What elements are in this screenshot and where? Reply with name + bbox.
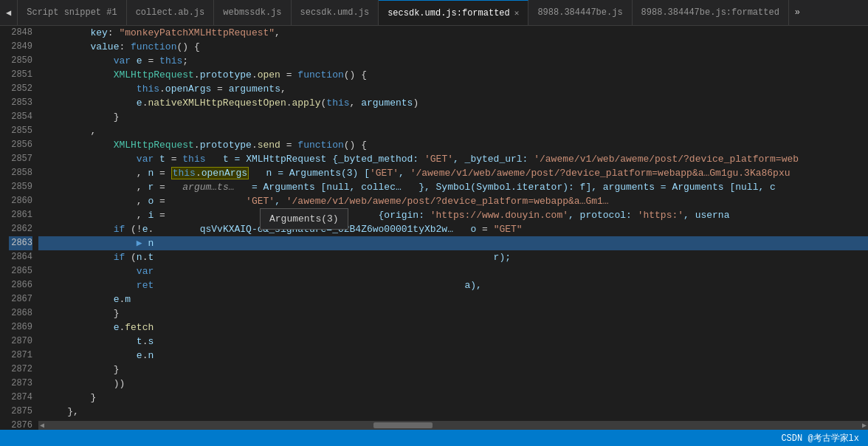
code-line-2853: e.nativeXMLHttpRequestOpen.apply(this, a… <box>38 96 868 110</box>
line-num-2867: 2867 <box>9 292 32 306</box>
line-num-2859: 2859 <box>9 180 32 194</box>
arguments-tooltip: Arguments(3) <box>260 208 348 230</box>
line-num-2875: 2875 <box>9 405 32 419</box>
code-line-2873: )) <box>38 377 868 391</box>
code-line-2861: , i = {origin: 'https://www.douyin.com',… <box>38 208 868 222</box>
scrollbar-thumb[interactable] <box>373 422 433 428</box>
code-line-2850: var e = this; <box>38 54 868 68</box>
line-num-2862: 2862 <box>9 222 32 236</box>
code-line-2864: if (n.t r); <box>38 250 868 264</box>
code-line-2862: if (!e. qsVvKXAIQ-c&_signature=_02B4Z6wo… <box>38 222 868 236</box>
line-num-2865: 2865 <box>9 264 32 278</box>
code-line-2851: XMLHttpRequest.prototype.open = function… <box>38 68 868 82</box>
line-num-2860: 2860 <box>9 194 32 208</box>
line-num-2849: 2849 <box>9 40 32 54</box>
horizontal-scrollbar[interactable]: ◀ ▶ <box>38 421 868 430</box>
line-num-2869: 2869 <box>9 320 32 334</box>
code-line-2856: XMLHttpRequest.prototype.send = function… <box>38 138 868 152</box>
scroll-left-arrow[interactable]: ◀ <box>38 419 46 430</box>
code-line-2871: e.n <box>38 349 868 363</box>
line-num-2852: 2852 <box>9 82 32 96</box>
tab-webmssdk[interactable]: webmssdk.js <box>214 0 291 25</box>
code-content[interactable]: key: "monkeyPatchXMLHttpRequest", value:… <box>38 26 868 430</box>
line-num-2854: 2854 <box>9 110 32 124</box>
code-line-2867: e.m <box>38 292 868 306</box>
code-line-2865: var <box>38 264 868 278</box>
line-num-2857: 2857 <box>9 152 32 166</box>
scroll-right-arrow[interactable]: ▶ <box>861 419 868 430</box>
code-line-2870: t.s <box>38 334 868 349</box>
code-line-2875: }, <box>38 405 868 419</box>
line-num-2864: 2864 <box>9 250 32 264</box>
line-num-2876: 2876 <box>9 419 32 430</box>
code-line-2859: , r = argum…ts… = Arguments [null, colle… <box>38 180 868 194</box>
tab-secsdk-formatted[interactable]: secsdk.umd.js:formatted ✕ <box>379 0 528 25</box>
line-num-2863: 2863 <box>9 236 32 250</box>
code-line-2868: } <box>38 306 868 320</box>
panel-toggle[interactable]: ◀ <box>0 0 18 25</box>
line-num-2873: 2873 <box>9 377 32 391</box>
line-num-2874: 2874 <box>9 391 32 405</box>
line-num-2871: 2871 <box>9 349 32 363</box>
line-num-2870: 2870 <box>9 334 32 349</box>
tab-collect[interactable]: collect.ab.js <box>127 0 215 25</box>
code-line-2855: , <box>38 124 868 138</box>
line-num-2856: 2856 <box>9 138 32 152</box>
line-num-2851: 2851 <box>9 68 32 82</box>
code-line-2866: ret a), <box>38 278 868 292</box>
status-bar: CSDN @考古学家lx <box>0 430 868 446</box>
line-num-2855: 2855 <box>9 124 32 138</box>
line-num-2858: 2858 <box>9 166 32 180</box>
code-line-2874: } <box>38 391 868 405</box>
line-num-2861: 2861 <box>9 208 32 222</box>
code-line-2872: } <box>38 363 868 377</box>
tab-close-icon[interactable]: ✕ <box>514 8 520 18</box>
tab-overflow-button[interactable]: » <box>789 0 806 25</box>
line-num-2868: 2868 <box>9 306 32 320</box>
code-line-2863: ▶ n <box>38 236 868 250</box>
line-num-2853: 2853 <box>9 96 32 110</box>
code-line-2849: value: function() { <box>38 40 868 54</box>
line-num-2872: 2872 <box>9 363 32 377</box>
code-line-2869: e.fetch <box>38 320 868 334</box>
tab-script-snippet[interactable]: Script snippet #1 <box>18 0 126 25</box>
line-num-2850: 2850 <box>9 54 32 68</box>
line-num-2866: 2866 <box>9 278 32 292</box>
code-line-2860: , o = 'GET', '/aweme/v1/web/aweme/post/?… <box>38 194 868 208</box>
code-line-2858: , n = this.openArgs n = Arguments(3) ['G… <box>38 166 868 180</box>
line-num-2848: 2848 <box>9 26 32 40</box>
tab-bar: ◀ Script snippet #1 collect.ab.js webmss… <box>0 0 868 26</box>
editor-area: 2848 2849 2850 2851 2852 2853 2854 2855 … <box>0 26 868 430</box>
tab-8988-formatted[interactable]: 8988.384447be.js:formatted <box>633 0 789 25</box>
scrollbar-track <box>55 422 852 428</box>
code-line-2854: } <box>38 110 868 124</box>
line-numbers: 2848 2849 2850 2851 2852 2853 2854 2855 … <box>0 26 38 430</box>
code-line-2852: this.openArgs = arguments, <box>38 82 868 96</box>
code-line-2848: key: "monkeyPatchXMLHttpRequest", <box>38 26 868 40</box>
tab-secsdk[interactable]: secsdk.umd.js <box>292 0 379 25</box>
tab-8988[interactable]: 8988.384447be.js <box>528 0 632 25</box>
status-text: CSDN @考古学家lx <box>781 432 859 445</box>
code-line-2857: var t = this t = XMLHttpRequest {_byted_… <box>38 152 868 166</box>
